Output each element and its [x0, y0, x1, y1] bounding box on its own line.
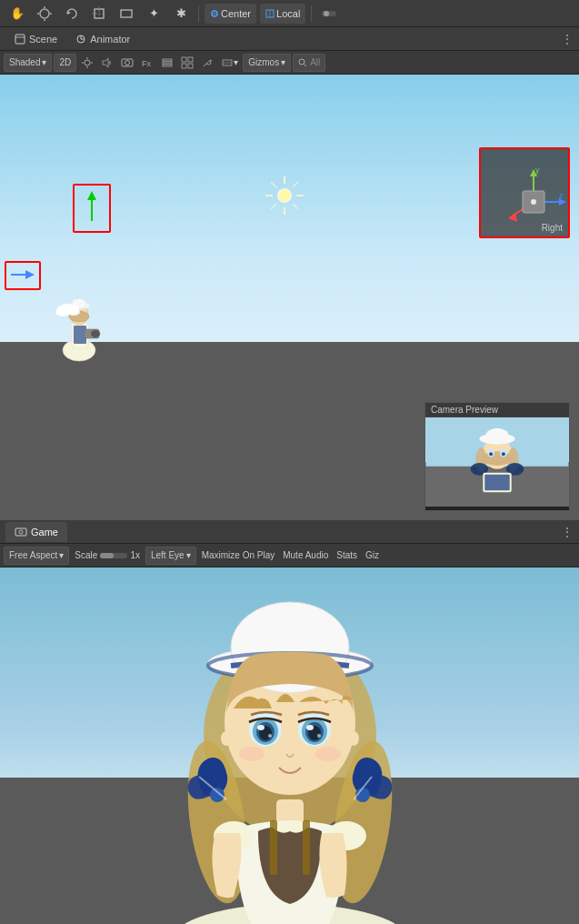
- svg-point-116: [257, 725, 265, 730]
- gizmos-dropdown[interactable]: Gizmos ▾: [243, 54, 291, 72]
- svg-point-76: [531, 199, 536, 205]
- free-aspect-label: Free Aspect: [9, 550, 57, 560]
- transform-tool[interactable]: ✦: [142, 3, 165, 25]
- fx-toggle[interactable]: Fx: [138, 54, 156, 72]
- svg-point-94: [19, 530, 23, 534]
- layers-icon: [161, 56, 174, 69]
- scene-tab[interactable]: Scene: [5, 29, 66, 49]
- wrench-toggle[interactable]: [198, 54, 216, 72]
- svg-line-50: [271, 204, 276, 209]
- svg-point-39: [299, 59, 304, 65]
- scene-tabs-row: Scene Animator ⋮: [0, 27, 579, 51]
- svg-point-0: [40, 9, 49, 18]
- orientation-gizmo[interactable]: y z Right: [479, 147, 570, 238]
- rotate-tool[interactable]: [60, 3, 84, 25]
- game-view: ▲ ▲ 調合したアニメーションの一部の曲線が正しく再生されないことがあります。: [0, 567, 579, 924]
- mute-label: Mute Audio: [283, 550, 328, 560]
- svg-point-66: [67, 308, 80, 316]
- fx-icon: Fx: [141, 56, 154, 69]
- light-toggle[interactable]: [78, 54, 96, 72]
- gizmos-game-btn[interactable]: Giz: [363, 547, 382, 565]
- separator-2: [311, 5, 312, 22]
- svg-text:y: y: [535, 166, 540, 175]
- left-eye-dropdown[interactable]: Left Eye ▾: [145, 547, 196, 565]
- grid-icon: [181, 56, 194, 69]
- hand-tool[interactable]: ✋: [5, 3, 29, 25]
- gizmo-right-label: Right: [542, 223, 563, 233]
- animator-tab-label: Animator: [90, 34, 130, 45]
- local-toggle-btn[interactable]: Local: [260, 4, 305, 24]
- blue-arrow-gizmo[interactable]: [5, 261, 41, 290]
- svg-point-89: [489, 452, 493, 456]
- dropdown-arrow: ▾: [42, 57, 46, 67]
- scale-control[interactable]: Scale 1x: [72, 547, 143, 565]
- left-eye-label: Left Eye: [151, 550, 185, 560]
- mute-audio-btn[interactable]: Mute Audio: [280, 547, 331, 565]
- svg-line-49: [293, 182, 298, 187]
- svg-marker-26: [103, 58, 108, 67]
- green-arrow-gizmo[interactable]: [73, 184, 111, 233]
- center-pivot-btn[interactable]: Center: [205, 4, 256, 24]
- game-tabs-more-menu[interactable]: ⋮: [561, 525, 574, 539]
- svg-marker-52: [87, 191, 96, 200]
- search-field[interactable]: All: [293, 54, 325, 72]
- grid-toggle[interactable]: [178, 54, 196, 72]
- tabs-more-menu[interactable]: ⋮: [561, 32, 574, 46]
- svg-point-108: [210, 788, 225, 802]
- svg-point-42: [280, 191, 289, 200]
- svg-text:Fx: Fx: [142, 59, 151, 68]
- scale-tool[interactable]: [87, 3, 111, 25]
- camera-icon-btn[interactable]: [118, 54, 136, 72]
- shaded-dropdown[interactable]: Shaded ▾: [4, 54, 52, 72]
- svg-point-117: [268, 734, 272, 738]
- layer-dropdown[interactable]: ▾: [218, 54, 241, 72]
- svg-rect-93: [15, 528, 26, 536]
- svg-point-90: [502, 452, 505, 456]
- game-tab[interactable]: Game: [5, 522, 67, 542]
- 2d-toggle[interactable]: 2D: [54, 54, 76, 72]
- scene-view-toolbar: Shaded ▾ 2D Fx: [0, 51, 579, 75]
- svg-line-40: [304, 64, 307, 66]
- svg-point-81: [485, 428, 508, 445]
- game-character-svg: [117, 567, 463, 924]
- svg-rect-32: [163, 65, 172, 66]
- svg-point-123: [317, 734, 321, 738]
- svg-point-63: [91, 330, 100, 337]
- scene-character: [50, 282, 109, 366]
- search-icon: [298, 58, 307, 67]
- svg-line-47: [271, 182, 276, 187]
- stats-label: Stats: [336, 550, 357, 560]
- layers-toggle[interactable]: [158, 54, 176, 72]
- custom-tool[interactable]: ✱: [169, 3, 193, 25]
- animator-tab[interactable]: Animator: [66, 29, 139, 49]
- gizmos-arrow: ▾: [281, 57, 285, 67]
- rect-tool[interactable]: [115, 3, 138, 25]
- svg-point-125: [315, 747, 341, 761]
- game-toolbar: Free Aspect ▾ Scale 1x Left Eye ▾ Maximi…: [0, 544, 579, 567]
- scale-slider[interactable]: [100, 553, 127, 558]
- scene-tab-label: Scene: [29, 34, 57, 45]
- stats-btn[interactable]: Stats: [334, 547, 360, 565]
- audio-toggle[interactable]: [98, 54, 116, 72]
- free-aspect-dropdown[interactable]: Free Aspect ▾: [4, 547, 69, 565]
- center-label: Center: [221, 8, 251, 19]
- extra-tool[interactable]: [317, 3, 341, 25]
- svg-point-28: [125, 60, 130, 65]
- maximize-on-play-btn[interactable]: Maximize On Play: [199, 547, 278, 565]
- svg-rect-34: [188, 57, 193, 62]
- gizmos-game-label: Giz: [365, 550, 379, 560]
- svg-line-48: [293, 204, 298, 209]
- layer-icon: [221, 56, 234, 69]
- svg-point-127: [348, 731, 359, 746]
- scale-label: Scale: [75, 550, 97, 560]
- svg-marker-54: [25, 270, 35, 279]
- camera-preview-panel: Camera Preview: [424, 402, 570, 511]
- move-tool[interactable]: [33, 3, 56, 25]
- maximize-label: Maximize On Play: [202, 550, 275, 560]
- game-tab-label: Game: [31, 527, 58, 537]
- svg-rect-36: [188, 64, 193, 68]
- svg-rect-92: [484, 475, 509, 491]
- svg-marker-5: [67, 11, 71, 15]
- svg-rect-31: [163, 62, 172, 64]
- svg-rect-30: [163, 59, 172, 61]
